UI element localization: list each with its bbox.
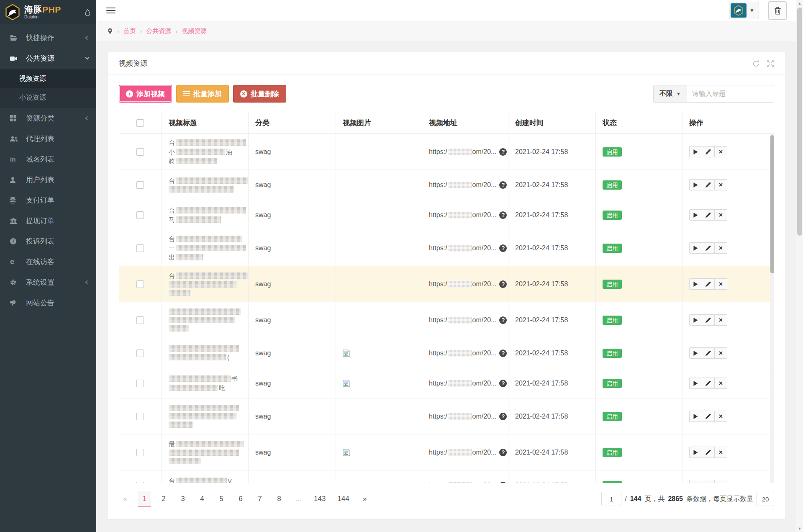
play-button[interactable]	[689, 278, 702, 290]
play-button[interactable]	[689, 378, 702, 389]
play-button[interactable]	[689, 411, 702, 422]
page-scrollbar-thumb[interactable]	[797, 8, 802, 236]
play-button[interactable]	[689, 146, 702, 157]
scroll-up-icon[interactable]: ▲	[796, 0, 803, 7]
delete-button[interactable]: ×	[714, 209, 727, 221]
title-search-input[interactable]	[687, 85, 774, 103]
sidebar-item-11[interactable]: 网站公告	[0, 293, 96, 313]
row-checkbox[interactable]	[136, 316, 144, 324]
edit-button[interactable]	[702, 378, 715, 389]
pager-page-3[interactable]: 3	[177, 491, 189, 507]
question-circle-icon[interactable]: ?	[499, 181, 507, 189]
refresh-icon[interactable]	[752, 60, 760, 67]
delete-button[interactable]: ×	[714, 447, 727, 458]
user-avatar-dropdown[interactable]: ▼	[729, 2, 759, 19]
question-circle-icon[interactable]: ?	[499, 413, 507, 420]
edit-button[interactable]	[702, 347, 715, 359]
page-number-input[interactable]	[601, 492, 621, 506]
play-button[interactable]	[689, 209, 702, 221]
trash-button[interactable]	[768, 1, 787, 20]
edit-button[interactable]	[702, 411, 715, 422]
sidebar-item-8[interactable]: 投诉列表	[0, 231, 96, 252]
sidebar-subitem-1[interactable]: 小说资源	[0, 88, 96, 107]
question-circle-icon[interactable]: ?	[499, 280, 507, 288]
edit-button[interactable]	[702, 146, 715, 157]
batch-add-button[interactable]: 批量添加	[176, 85, 229, 103]
broken-image-icon[interactable]	[343, 380, 350, 387]
row-checkbox[interactable]	[136, 148, 144, 156]
broken-image-icon[interactable]	[343, 350, 350, 357]
edit-button[interactable]	[702, 314, 715, 326]
delete-button[interactable]: ×	[714, 242, 727, 254]
edit-button[interactable]	[702, 179, 715, 190]
page-scrollbar[interactable]: ▲ ▼	[796, 0, 803, 532]
pager-page-5[interactable]: 5	[215, 491, 228, 507]
edit-button[interactable]	[702, 447, 715, 458]
row-checkbox[interactable]	[136, 350, 144, 357]
row-checkbox[interactable]	[136, 280, 144, 288]
row-checkbox[interactable]	[136, 181, 144, 189]
pager-prev[interactable]: «	[119, 491, 131, 507]
scroll-down-icon[interactable]: ▼	[796, 525, 803, 532]
pager-next[interactable]: »	[359, 491, 371, 507]
batch-delete-button[interactable]: ✕ 批量删除	[233, 85, 286, 103]
delete-button[interactable]: ×	[714, 146, 727, 157]
broken-image-icon[interactable]	[343, 449, 350, 456]
play-button[interactable]	[689, 242, 702, 254]
pager-page-6[interactable]: 6	[234, 491, 247, 507]
play-button[interactable]	[689, 347, 702, 359]
breadcrumb-public-resources[interactable]: 公共资源	[146, 27, 171, 35]
question-circle-icon[interactable]: ?	[499, 380, 507, 387]
add-video-button[interactable]: + 添加视频	[119, 85, 172, 103]
delete-button[interactable]: ×	[714, 480, 727, 483]
question-circle-icon[interactable]: ?	[499, 211, 507, 219]
select-all-checkbox[interactable]	[136, 119, 144, 127]
row-checkbox[interactable]	[136, 380, 144, 387]
pager-page-143[interactable]: 143	[311, 491, 328, 507]
question-circle-icon[interactable]: ?	[499, 482, 507, 483]
sidebar-item-9[interactable]: e在线访客	[0, 252, 96, 272]
sidebar-item-7[interactable]: 提现订单	[0, 211, 96, 231]
hamburger-menu-icon[interactable]	[106, 6, 115, 15]
question-circle-icon[interactable]: ?	[499, 148, 507, 156]
question-circle-icon[interactable]: ?	[499, 449, 507, 456]
play-button[interactable]	[689, 480, 702, 483]
sidebar-item-3[interactable]: 代理列表	[0, 129, 96, 149]
delete-button[interactable]: ×	[714, 314, 727, 326]
row-checkbox[interactable]	[136, 482, 144, 483]
pager-page-7[interactable]: 7	[254, 491, 266, 507]
question-circle-icon[interactable]: ?	[499, 350, 507, 357]
question-circle-icon[interactable]: ?	[499, 244, 507, 252]
table-scrollbar-thumb[interactable]	[770, 135, 774, 273]
delete-button[interactable]: ×	[714, 179, 727, 190]
sidebar-item-2[interactable]: 资源分类	[0, 108, 96, 129]
sidebar-item-1[interactable]: 公共资源	[0, 48, 96, 69]
edit-button[interactable]	[702, 209, 715, 221]
row-checkbox[interactable]	[136, 211, 144, 219]
delete-button[interactable]: ×	[714, 278, 727, 290]
sidebar-subitem-0[interactable]: 视频资源	[0, 69, 96, 88]
delete-button[interactable]: ×	[714, 347, 727, 359]
delete-button[interactable]: ×	[714, 411, 727, 422]
filter-dropdown[interactable]: 不限 ▼	[653, 85, 687, 103]
edit-button[interactable]	[702, 242, 715, 254]
sidebar-item-5[interactable]: 用户列表	[0, 170, 96, 190]
pager-page-8[interactable]: 8	[273, 491, 285, 507]
breadcrumb-home[interactable]: 首页	[123, 27, 136, 35]
question-circle-icon[interactable]: ?	[499, 316, 507, 324]
sidebar-item-0[interactable]: 快捷操作	[0, 28, 96, 48]
breadcrumb-video-resources[interactable]: 视频资源	[182, 27, 207, 35]
edit-button[interactable]	[702, 480, 715, 483]
sidebar-item-10[interactable]: 系统设置	[0, 272, 96, 293]
delete-button[interactable]: ×	[714, 378, 727, 389]
row-checkbox[interactable]	[136, 413, 144, 420]
pager-page-1[interactable]: 1	[138, 491, 151, 507]
row-checkbox[interactable]	[136, 244, 144, 252]
pager-page-144[interactable]: 144	[335, 491, 351, 507]
expand-icon[interactable]	[767, 60, 774, 67]
row-checkbox[interactable]	[136, 449, 144, 456]
table-scrollbar[interactable]	[770, 134, 774, 483]
play-button[interactable]	[689, 447, 702, 458]
pager-page-4[interactable]: 4	[196, 491, 208, 507]
logo[interactable]: 海豚PHP Dolphin	[0, 0, 96, 24]
